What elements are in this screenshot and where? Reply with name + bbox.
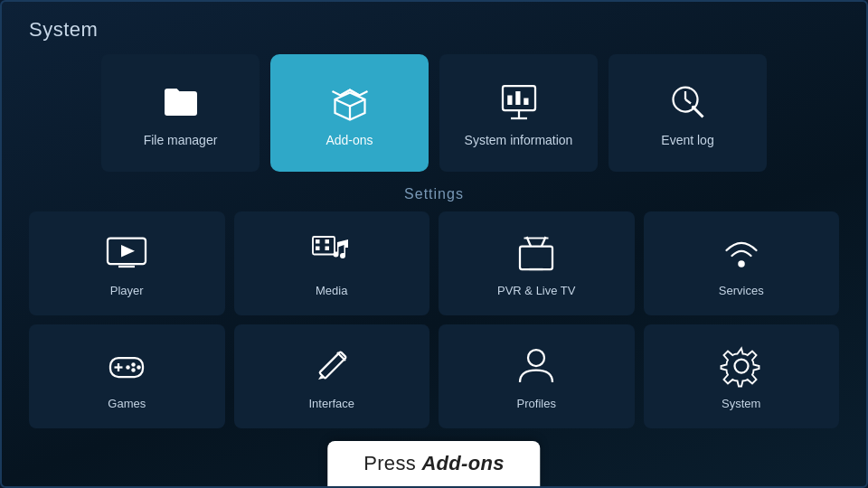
tile-player[interactable]: Player [29,211,225,315]
file-manager-icon [157,79,204,126]
player-icon [103,230,150,277]
svg-rect-3 [507,96,512,106]
system-information-label: System information [465,133,573,147]
pvr-label: PVR & Live TV [497,284,575,297]
svg-rect-4 [515,91,520,105]
svg-rect-15 [316,239,320,244]
svg-rect-17 [325,239,329,244]
games-label: Games [108,397,146,410]
file-manager-label: File manager [144,133,218,147]
top-menu-row: File manager Add-ons [2,54,866,172]
tile-system-information[interactable]: System information [439,54,598,172]
tile-media[interactable]: Media [234,211,430,315]
interface-icon [308,343,355,389]
event-log-icon [665,79,712,126]
event-log-label: Event log [661,133,713,147]
profiles-label: Profiles [517,397,556,410]
svg-rect-19 [520,247,552,270]
player-label: Player [110,284,144,297]
svg-point-35 [734,360,748,373]
svg-marker-12 [121,245,135,258]
pvr-icon [513,230,560,277]
tooltip-bar: Press Add-ons [327,441,540,486]
tile-games[interactable]: Games [29,324,225,428]
page-title: System [2,2,866,51]
svg-point-31 [127,365,131,370]
games-icon [103,343,150,389]
interface-label: Interface [308,397,354,410]
svg-point-29 [137,365,142,370]
system-information-icon [495,79,542,126]
services-label: Services [719,284,764,297]
tile-interface[interactable]: Interface [234,324,430,428]
tile-event-log[interactable]: Event log [609,54,767,172]
media-icon [308,230,355,277]
svg-point-24 [738,260,745,267]
tooltip-text-plain: Press [363,452,421,474]
tile-services[interactable]: Services [644,211,840,315]
svg-rect-14 [313,237,335,255]
tile-profiles[interactable]: Profiles [439,324,635,428]
profiles-icon [513,343,560,389]
tile-file-manager[interactable]: File manager [101,54,259,172]
tooltip-text-italic: Add-ons [421,452,504,474]
svg-rect-32 [319,352,346,379]
svg-point-10 [691,106,695,110]
svg-rect-5 [524,99,528,106]
tile-pvr-live-tv[interactable]: PVR & Live TV [439,211,635,315]
system-icon [718,343,765,389]
svg-rect-16 [316,247,320,251]
tile-system[interactable]: System [644,324,840,428]
settings-grid: Player Media [2,211,866,428]
svg-point-34 [528,350,544,366]
tile-add-ons[interactable]: Add-ons [270,54,429,172]
add-ons-icon [326,79,373,126]
main-screen: System File manager [0,0,868,488]
services-icon [718,230,765,277]
svg-point-28 [132,362,137,367]
svg-point-30 [132,368,137,372]
system-label: System [722,397,760,410]
svg-line-8 [685,99,691,104]
add-ons-label: Add-ons [326,133,373,147]
svg-rect-18 [325,247,329,251]
settings-section-label: Settings [2,186,866,202]
media-label: Media [316,284,347,297]
